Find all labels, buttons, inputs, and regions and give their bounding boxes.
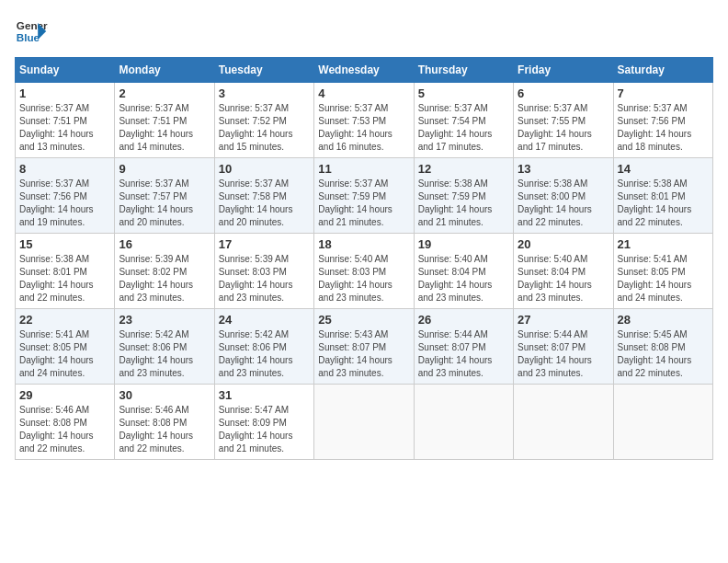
- day-info: Sunrise: 5:40 AMSunset: 8:03 PMDaylight:…: [318, 253, 409, 304]
- calendar-cell: 1Sunrise: 5:37 AMSunset: 7:51 PMDaylight…: [16, 83, 115, 158]
- calendar-cell: [514, 385, 613, 460]
- day-number: 17: [219, 237, 310, 251]
- calendar-cell: 25Sunrise: 5:43 AMSunset: 8:07 PMDayligh…: [314, 309, 414, 385]
- day-number: 11: [318, 162, 409, 176]
- day-number: 3: [219, 86, 310, 100]
- day-info: Sunrise: 5:37 AMSunset: 7:51 PMDaylight:…: [19, 102, 110, 154]
- day-info: Sunrise: 5:40 AMSunset: 8:04 PMDaylight:…: [518, 253, 609, 304]
- day-info: Sunrise: 5:38 AMSunset: 8:00 PMDaylight:…: [518, 178, 609, 229]
- day-info: Sunrise: 5:37 AMSunset: 7:58 PMDaylight:…: [219, 178, 310, 229]
- calendar-cell: [314, 385, 414, 460]
- calendar-cell: 4Sunrise: 5:37 AMSunset: 7:53 PMDaylight…: [314, 83, 414, 158]
- calendar-cell: 8Sunrise: 5:37 AMSunset: 7:56 PMDaylight…: [16, 158, 115, 234]
- calendar-cell: 29Sunrise: 5:46 AMSunset: 8:08 PMDayligh…: [16, 385, 115, 460]
- weekday-header: Thursday: [414, 58, 513, 83]
- weekday-header: Friday: [514, 58, 613, 83]
- day-number: 16: [119, 237, 210, 251]
- day-info: Sunrise: 5:44 AMSunset: 8:07 PMDaylight:…: [518, 328, 609, 380]
- calendar-cell: 13Sunrise: 5:38 AMSunset: 8:00 PMDayligh…: [514, 158, 613, 234]
- day-info: Sunrise: 5:46 AMSunset: 8:08 PMDaylight:…: [119, 404, 210, 455]
- day-number: 23: [119, 313, 210, 327]
- day-info: Sunrise: 5:37 AMSunset: 7:56 PMDaylight:…: [19, 178, 110, 229]
- calendar-week: 22Sunrise: 5:41 AMSunset: 8:05 PMDayligh…: [16, 309, 713, 385]
- day-number: 14: [618, 162, 709, 176]
- calendar-cell: 3Sunrise: 5:37 AMSunset: 7:52 PMDaylight…: [214, 83, 313, 158]
- day-number: 18: [318, 237, 409, 251]
- logo-icon: General Blue: [15, 15, 48, 48]
- logo: General Blue: [15, 15, 48, 48]
- day-info: Sunrise: 5:37 AMSunset: 7:59 PMDaylight:…: [318, 178, 409, 229]
- calendar-cell: 15Sunrise: 5:38 AMSunset: 8:01 PMDayligh…: [16, 234, 115, 309]
- weekday-header: Monday: [115, 58, 214, 83]
- calendar-cell: 30Sunrise: 5:46 AMSunset: 8:08 PMDayligh…: [115, 385, 214, 460]
- day-number: 25: [318, 313, 409, 327]
- calendar-cell: 26Sunrise: 5:44 AMSunset: 8:07 PMDayligh…: [414, 309, 513, 385]
- day-info: Sunrise: 5:41 AMSunset: 8:05 PMDaylight:…: [618, 253, 709, 304]
- day-number: 21: [618, 237, 709, 251]
- day-info: Sunrise: 5:39 AMSunset: 8:02 PMDaylight:…: [119, 253, 210, 304]
- weekday-header: Wednesday: [314, 58, 414, 83]
- day-number: 24: [219, 313, 310, 327]
- calendar-cell: 18Sunrise: 5:40 AMSunset: 8:03 PMDayligh…: [314, 234, 414, 309]
- day-info: Sunrise: 5:46 AMSunset: 8:08 PMDaylight:…: [19, 404, 110, 455]
- calendar-week: 15Sunrise: 5:38 AMSunset: 8:01 PMDayligh…: [16, 234, 713, 309]
- day-info: Sunrise: 5:37 AMSunset: 7:51 PMDaylight:…: [119, 102, 210, 154]
- day-number: 28: [618, 313, 709, 327]
- day-info: Sunrise: 5:41 AMSunset: 8:05 PMDaylight:…: [19, 328, 110, 380]
- day-info: Sunrise: 5:38 AMSunset: 8:01 PMDaylight:…: [19, 253, 110, 304]
- day-info: Sunrise: 5:45 AMSunset: 8:08 PMDaylight:…: [618, 328, 709, 380]
- calendar-header: SundayMondayTuesdayWednesdayThursdayFrid…: [16, 58, 713, 83]
- calendar-cell: 24Sunrise: 5:42 AMSunset: 8:06 PMDayligh…: [214, 309, 313, 385]
- weekday-header: Tuesday: [214, 58, 313, 83]
- day-info: Sunrise: 5:40 AMSunset: 8:04 PMDaylight:…: [418, 253, 509, 304]
- day-number: 31: [219, 388, 310, 402]
- day-number: 15: [19, 237, 110, 251]
- calendar-week: 8Sunrise: 5:37 AMSunset: 7:56 PMDaylight…: [16, 158, 713, 234]
- calendar-cell: 14Sunrise: 5:38 AMSunset: 8:01 PMDayligh…: [613, 158, 712, 234]
- day-number: 10: [219, 162, 310, 176]
- calendar-cell: [613, 385, 712, 460]
- day-number: 4: [318, 86, 409, 100]
- day-number: 5: [418, 86, 509, 100]
- day-info: Sunrise: 5:37 AMSunset: 7:52 PMDaylight:…: [219, 102, 310, 154]
- calendar-body: 1Sunrise: 5:37 AMSunset: 7:51 PMDaylight…: [16, 83, 713, 460]
- day-number: 1: [19, 86, 110, 100]
- calendar-cell: 11Sunrise: 5:37 AMSunset: 7:59 PMDayligh…: [314, 158, 414, 234]
- day-number: 2: [119, 86, 210, 100]
- day-number: 8: [19, 162, 110, 176]
- day-info: Sunrise: 5:43 AMSunset: 8:07 PMDaylight:…: [318, 328, 409, 380]
- day-number: 30: [119, 388, 210, 402]
- header: General Blue: [15, 15, 713, 48]
- weekday-header: Saturday: [613, 58, 712, 83]
- day-number: 27: [518, 313, 609, 327]
- day-info: Sunrise: 5:39 AMSunset: 8:03 PMDaylight:…: [219, 253, 310, 304]
- calendar-cell: 23Sunrise: 5:42 AMSunset: 8:06 PMDayligh…: [115, 309, 214, 385]
- day-number: 13: [518, 162, 609, 176]
- day-number: 19: [418, 237, 509, 251]
- calendar-cell: 9Sunrise: 5:37 AMSunset: 7:57 PMDaylight…: [115, 158, 214, 234]
- calendar-cell: 10Sunrise: 5:37 AMSunset: 7:58 PMDayligh…: [214, 158, 313, 234]
- day-info: Sunrise: 5:44 AMSunset: 8:07 PMDaylight:…: [418, 328, 509, 380]
- calendar-cell: 19Sunrise: 5:40 AMSunset: 8:04 PMDayligh…: [414, 234, 513, 309]
- calendar-cell: [414, 385, 513, 460]
- calendar-cell: 31Sunrise: 5:47 AMSunset: 8:09 PMDayligh…: [214, 385, 313, 460]
- calendar-cell: 17Sunrise: 5:39 AMSunset: 8:03 PMDayligh…: [214, 234, 313, 309]
- day-info: Sunrise: 5:42 AMSunset: 8:06 PMDaylight:…: [219, 328, 310, 380]
- day-info: Sunrise: 5:38 AMSunset: 7:59 PMDaylight:…: [418, 178, 509, 229]
- day-info: Sunrise: 5:37 AMSunset: 7:55 PMDaylight:…: [518, 102, 609, 154]
- day-info: Sunrise: 5:38 AMSunset: 8:01 PMDaylight:…: [618, 178, 709, 229]
- calendar-cell: 6Sunrise: 5:37 AMSunset: 7:55 PMDaylight…: [514, 83, 613, 158]
- day-number: 7: [618, 86, 709, 100]
- day-info: Sunrise: 5:42 AMSunset: 8:06 PMDaylight:…: [119, 328, 210, 380]
- calendar-cell: 16Sunrise: 5:39 AMSunset: 8:02 PMDayligh…: [115, 234, 214, 309]
- day-number: 29: [19, 388, 110, 402]
- day-number: 20: [518, 237, 609, 251]
- calendar-cell: 27Sunrise: 5:44 AMSunset: 8:07 PMDayligh…: [514, 309, 613, 385]
- calendar-cell: 22Sunrise: 5:41 AMSunset: 8:05 PMDayligh…: [16, 309, 115, 385]
- day-number: 26: [418, 313, 509, 327]
- calendar-cell: 7Sunrise: 5:37 AMSunset: 7:56 PMDaylight…: [613, 83, 712, 158]
- day-number: 9: [119, 162, 210, 176]
- weekday-header: Sunday: [16, 58, 115, 83]
- calendar-cell: 12Sunrise: 5:38 AMSunset: 7:59 PMDayligh…: [414, 158, 513, 234]
- calendar-table: SundayMondayTuesdayWednesdayThursdayFrid…: [15, 57, 713, 460]
